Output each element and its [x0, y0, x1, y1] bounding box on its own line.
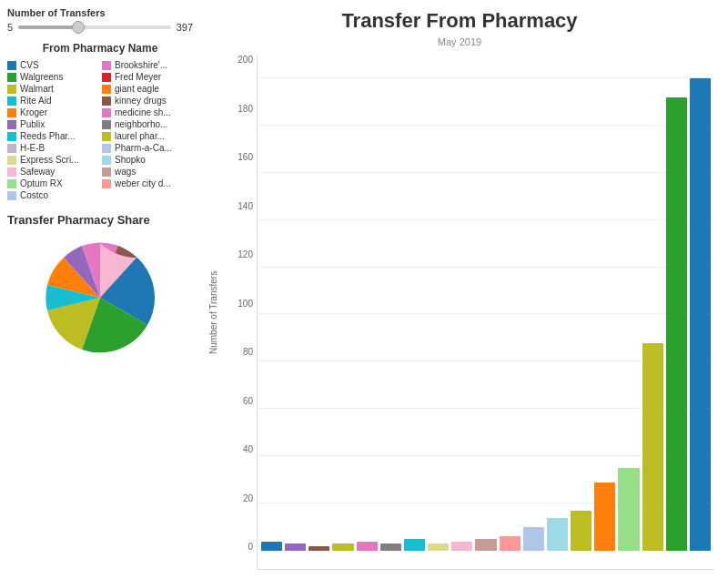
- bar[interactable]: [451, 542, 472, 551]
- legend-item: medicine sh...: [102, 107, 193, 117]
- slider-min: 5: [7, 22, 13, 33]
- legend-item: weber city d...: [102, 178, 193, 188]
- legend-item: CVS: [7, 60, 98, 70]
- chart-subtitle: May 2019: [205, 36, 714, 47]
- y-tick: 20: [222, 493, 253, 503]
- y-tick: 120: [222, 249, 253, 259]
- bar[interactable]: [475, 539, 496, 551]
- y-tick: 160: [222, 152, 253, 162]
- bar[interactable]: [308, 546, 329, 551]
- pie-chart-title: Transfer Pharmacy Share: [7, 213, 193, 227]
- bar[interactable]: [500, 536, 521, 551]
- slider-max: 397: [177, 22, 193, 33]
- y-tick: 200: [222, 55, 253, 65]
- legend-item: giant eagle: [102, 84, 193, 94]
- legend-item: Fred Meyer: [102, 72, 193, 82]
- y-tick: 180: [222, 104, 253, 114]
- legend-title: From Pharmacy Name: [7, 42, 193, 55]
- y-tick: 100: [222, 299, 253, 309]
- legend-item: Publix: [7, 119, 98, 129]
- legend-item: Walgreens: [7, 72, 98, 82]
- y-axis-label: Number of Transfers: [205, 55, 222, 570]
- pie-chart: [36, 234, 164, 361]
- bar[interactable]: [618, 468, 639, 551]
- y-tick: 0: [222, 542, 253, 552]
- chart-title: Transfer From Pharmacy: [205, 9, 714, 33]
- bar[interactable]: [690, 78, 711, 551]
- legend-item: laurel phar...: [102, 131, 193, 141]
- legend-item: Walmart: [7, 84, 98, 94]
- legend-item: Safeway: [7, 167, 98, 177]
- bar[interactable]: [594, 482, 615, 551]
- legend-item: Optum RX: [7, 178, 98, 188]
- bar[interactable]: [523, 527, 544, 551]
- y-tick: 60: [222, 396, 253, 406]
- bar[interactable]: [547, 518, 568, 551]
- legend-item: Pharm-a-Ca...: [102, 143, 193, 153]
- legend-item: Brookshire'...: [102, 60, 193, 70]
- slider-label: Number of Transfers: [7, 7, 193, 18]
- slider-track[interactable]: [18, 25, 171, 29]
- bar[interactable]: [285, 543, 306, 551]
- bar[interactable]: [332, 543, 353, 551]
- legend-item: Kroger: [7, 107, 98, 117]
- legend-item: Reeds Phar...: [7, 131, 98, 141]
- legend-item: Rite Aid: [7, 96, 98, 106]
- bars-area: [257, 55, 714, 570]
- bar[interactable]: [428, 543, 449, 551]
- bar[interactable]: [357, 542, 378, 551]
- legend-item: H-E-B: [7, 143, 98, 153]
- legend-item: Express Scri...: [7, 155, 98, 165]
- legend-item: Shopko: [102, 155, 193, 165]
- legend-item: neighborho...: [102, 119, 193, 129]
- bar[interactable]: [666, 97, 687, 551]
- bar[interactable]: [404, 539, 425, 551]
- y-axis: 200180160140120100806040200: [222, 55, 257, 570]
- y-tick: 40: [222, 444, 253, 454]
- bar[interactable]: [380, 543, 401, 551]
- y-tick: 140: [222, 201, 253, 211]
- bar[interactable]: [571, 511, 592, 551]
- y-tick: 80: [222, 347, 253, 357]
- bar[interactable]: [642, 343, 663, 551]
- bar[interactable]: [261, 542, 282, 551]
- legend-item: Costco: [7, 190, 98, 200]
- legend-grid: CVSBrookshire'...WalgreensFred MeyerWalm…: [7, 60, 193, 200]
- legend-item: kinney drugs: [102, 96, 193, 106]
- legend-item: wags: [102, 167, 193, 177]
